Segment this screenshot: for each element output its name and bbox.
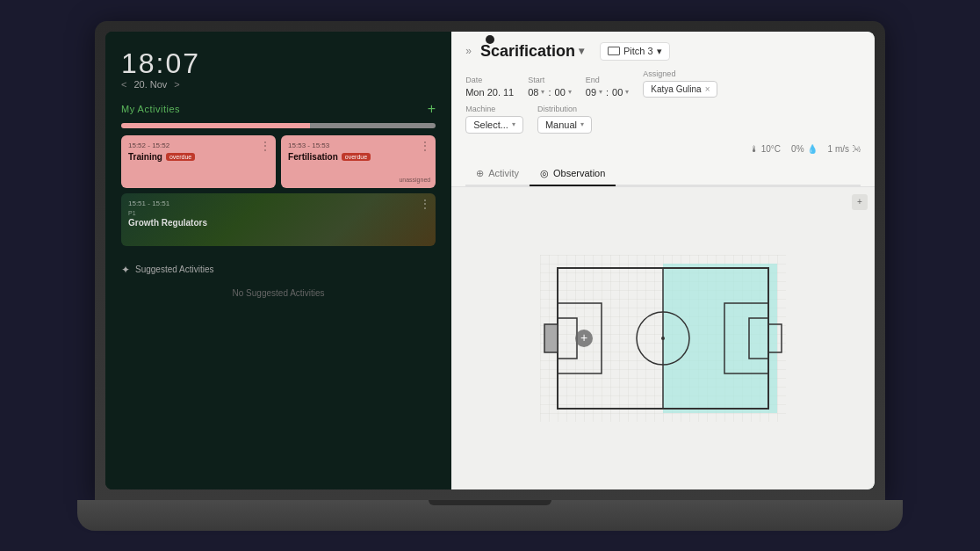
card-menu-growth[interactable]: ⋮ — [420, 198, 430, 210]
activity-cards-row: 15:52 - 15:52 Training overdue ⋮ 15:53 -… — [121, 135, 436, 188]
end-minute-select[interactable]: 00 ▾ — [612, 87, 629, 98]
map-expand-button[interactable]: + — [852, 194, 868, 210]
start-minute-select[interactable]: 00 ▾ — [555, 87, 572, 98]
svg-point-5 — [661, 337, 665, 340]
assigned-person-name: Katya Gulina — [651, 84, 701, 94]
pitch-svg-wrapper: + — [540, 255, 786, 422]
machine-select[interactable]: Select... ▾ — [465, 116, 523, 134]
observation-tab-icon: ◎ — [540, 168, 549, 179]
no-suggestions-label: No Suggested Activities — [121, 288, 436, 298]
time-separator-start: : — [548, 87, 551, 98]
time-separator-end: : — [606, 87, 609, 98]
tab-observation[interactable]: ◎ Observation — [530, 163, 616, 186]
start-minute-arrow: ▾ — [568, 88, 572, 96]
machine-arrow: ▾ — [512, 120, 515, 128]
card-label-growth: P1 — [128, 210, 429, 216]
add-activity-button[interactable]: + — [428, 102, 436, 116]
end-minute-arrow: ▾ — [625, 88, 629, 96]
pitch-field-icon — [608, 47, 620, 55]
title-dropdown-icon[interactable]: ▾ — [579, 45, 584, 57]
form-row-2: Machine Select... ▾ Distribution Manual — [465, 105, 861, 134]
end-label: End — [586, 76, 630, 84]
end-hour-select[interactable]: 09 ▾ — [586, 87, 602, 98]
tabs-row: ⊕ Activity ◎ Observation — [465, 163, 861, 186]
date-group: Date Mon 20. 11 — [465, 76, 514, 98]
overdue-badge-fertilisation: overdue — [342, 153, 371, 161]
assigned-group: Assigned Katya Gulina × — [643, 69, 717, 98]
start-label: Start — [528, 76, 572, 84]
laptop-body: 18:07 < 20. Nov > My Activities + — [95, 21, 885, 500]
activity-card-training[interactable]: 15:52 - 15:52 Training overdue ⋮ — [121, 135, 276, 188]
observation-tab-label: Observation — [553, 168, 605, 178]
temp-icon: 🌡 — [750, 144, 759, 154]
wind-icon: 🌬 — [852, 144, 861, 154]
date-nav: < 20. Nov > — [121, 79, 436, 90]
activity-card-growth[interactable]: 15:51 - 15:51 P1 Growth Regulators ⋮ — [121, 193, 436, 246]
pitch-selector[interactable]: Pitch 3 ▾ — [600, 42, 670, 61]
humidity-display: 0% 💧 — [791, 144, 817, 154]
card-menu-training[interactable]: ⋮ — [260, 140, 270, 152]
distribution-select[interactable]: Manual ▾ — [537, 116, 592, 134]
suggested-header: ✦ Suggested Activities — [121, 264, 436, 276]
scarification-label: Scarification — [480, 42, 575, 61]
screen-content: 18:07 < 20. Nov > My Activities + — [105, 32, 875, 489]
machine-value: Select... — [473, 120, 508, 130]
pitch-map-area: + — [451, 187, 875, 489]
start-hour: 08 — [528, 87, 538, 98]
suggested-section: ✦ Suggested Activities No Suggested Acti… — [121, 264, 436, 298]
pitch-dropdown-icon: ▾ — [657, 46, 662, 57]
end-hour: 09 — [586, 87, 596, 98]
temperature-display: 🌡 10°C — [750, 144, 781, 154]
activity-tab-label: Activity — [488, 168, 519, 178]
start-control: 08 ▾ : 00 ▾ — [528, 87, 572, 98]
humidity-value: 0% — [791, 144, 803, 154]
card-time-fertilisation: 15:53 - 15:53 — [288, 141, 429, 149]
svg-rect-8 — [544, 324, 558, 352]
distribution-group: Distribution Manual ▾ — [537, 105, 592, 134]
svg-rect-1 — [663, 264, 777, 413]
time-clock: 18:07 — [121, 49, 436, 77]
distribution-label: Distribution — [537, 105, 592, 113]
date-label: Date — [465, 76, 514, 84]
form-row-1: Date Mon 20. 11 Start 08 ▾ — [465, 69, 861, 98]
expand-icon[interactable]: » — [465, 45, 472, 57]
card-title-fertilisation: Fertilisation overdue — [288, 152, 429, 162]
assigned-label: Assigned — [643, 69, 717, 78]
start-hour-arrow: ▾ — [541, 88, 544, 96]
date-value: Mon 20. 11 — [465, 87, 514, 98]
right-header: » Scarification ▾ Pitch 3 ▾ — [451, 32, 875, 187]
left-panel: 18:07 < 20. Nov > My Activities + — [105, 32, 451, 489]
timeline-bar — [121, 123, 436, 128]
card-menu-fertilisation[interactable]: ⋮ — [420, 140, 430, 152]
header-top-row: » Scarification ▾ Pitch 3 ▾ — [465, 42, 861, 61]
start-hour-select[interactable]: 08 ▾ — [528, 87, 544, 98]
football-pitch-svg: + — [540, 255, 786, 422]
prev-date-button[interactable]: < — [121, 79, 126, 90]
fertilisation-label: Fertilisation — [288, 152, 338, 162]
activity-tab-icon: ⊕ — [476, 168, 484, 179]
machine-group: Machine Select... ▾ — [465, 105, 523, 134]
card-title-growth: Growth Regulators — [128, 218, 429, 228]
start-minute: 00 — [555, 87, 566, 98]
tab-activity[interactable]: ⊕ Activity — [465, 163, 530, 186]
activity-card-fertilisation[interactable]: 15:53 - 15:53 Fertilisation overdue unas… — [281, 135, 436, 188]
laptop-base — [77, 500, 903, 531]
training-label: Training — [128, 152, 162, 162]
webcam — [486, 35, 494, 44]
overdue-badge-training: overdue — [166, 153, 195, 161]
assigned-tag: Katya Gulina × — [643, 81, 717, 98]
remove-assigned-button[interactable]: × — [705, 84, 710, 94]
temperature-value: 10°C — [761, 144, 781, 154]
end-minute: 00 — [612, 87, 623, 98]
card-title-training: Training overdue — [128, 152, 269, 162]
weather-row: 🌡 10°C 0% 💧 1 m/s 🌬 — [465, 141, 861, 161]
screen-bezel: 18:07 < 20. Nov > My Activities + — [105, 32, 875, 489]
activities-title: My Activities — [121, 104, 180, 114]
wind-value: 1 m/s — [828, 144, 849, 154]
unassigned-label: unassigned — [399, 177, 430, 183]
next-date-button[interactable]: > — [174, 79, 179, 90]
wind-display: 1 m/s 🌬 — [828, 144, 861, 154]
distribution-value: Manual — [545, 120, 577, 130]
panel-title: Scarification ▾ — [480, 42, 584, 61]
card-time-training: 15:52 - 15:52 — [128, 141, 269, 149]
